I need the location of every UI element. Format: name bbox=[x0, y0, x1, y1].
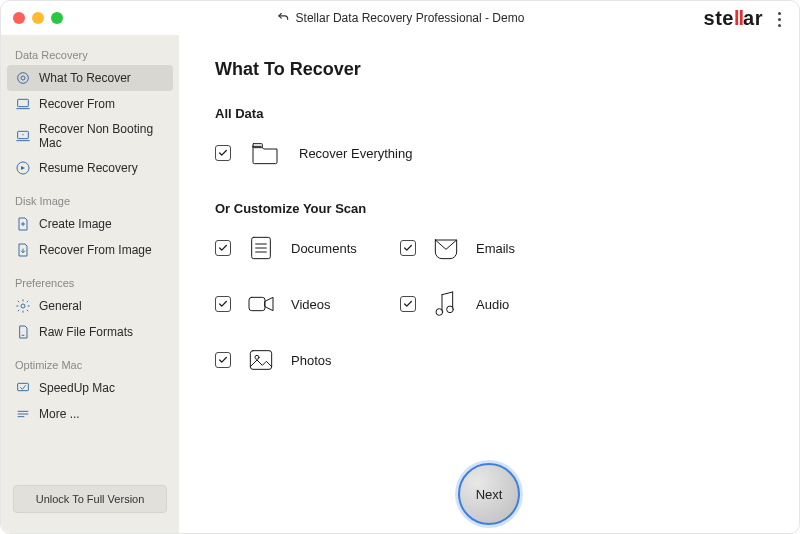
option-photos: Photos bbox=[215, 342, 400, 378]
laptop-icon bbox=[15, 96, 31, 112]
svg-point-0 bbox=[18, 73, 29, 84]
option-videos: Videos bbox=[215, 286, 400, 322]
window-title: Stellar Data Recovery Professional - Dem… bbox=[296, 11, 525, 25]
more-icon bbox=[15, 406, 31, 422]
titlebar: Stellar Data Recovery Professional - Dem… bbox=[1, 1, 799, 35]
page-title: What To Recover bbox=[215, 59, 763, 80]
videos-checkbox[interactable] bbox=[215, 296, 231, 312]
recover-image-icon bbox=[15, 242, 31, 258]
menu-button[interactable] bbox=[771, 9, 787, 29]
svg-point-1 bbox=[21, 76, 25, 80]
sidebar-item-recover-from[interactable]: Recover From bbox=[1, 91, 179, 117]
audio-icon bbox=[428, 286, 464, 322]
svg-rect-8 bbox=[253, 144, 262, 148]
emails-icon bbox=[428, 230, 464, 266]
target-icon bbox=[15, 70, 31, 86]
option-audio: Audio bbox=[400, 286, 585, 322]
unlock-full-version-button[interactable]: Unlock To Full Version bbox=[13, 485, 167, 513]
scan-options: Documents Emails Videos Audio bbox=[215, 230, 763, 398]
main-panel: What To Recover All Data Recover Everyth… bbox=[179, 35, 799, 533]
sidebar-item-resume-recovery[interactable]: Resume Recovery bbox=[1, 155, 179, 181]
recover-everything-row: Recover Everything bbox=[215, 135, 763, 171]
next-button[interactable]: Next bbox=[458, 463, 520, 525]
svg-point-6 bbox=[21, 304, 25, 308]
videos-icon bbox=[243, 286, 279, 322]
svg-rect-10 bbox=[249, 297, 265, 310]
sidebar-item-speedup-mac[interactable]: SpeedUp Mac bbox=[1, 375, 179, 401]
section-data-recovery: Data Recovery bbox=[1, 43, 179, 65]
option-documents: Documents bbox=[215, 230, 400, 266]
laptop-alert-icon bbox=[15, 128, 31, 144]
sidebar-item-raw-file-formats[interactable]: Raw File Formats bbox=[1, 319, 179, 345]
gear-icon bbox=[15, 298, 31, 314]
sidebar-item-recover-non-booting[interactable]: Recover Non Booting Mac bbox=[1, 117, 179, 155]
section-optimize-mac: Optimize Mac bbox=[1, 353, 179, 375]
folder-icon bbox=[247, 135, 283, 171]
documents-icon bbox=[243, 230, 279, 266]
back-icon[interactable] bbox=[276, 10, 290, 27]
svg-rect-2 bbox=[18, 99, 29, 106]
svg-point-4 bbox=[22, 134, 23, 135]
sidebar: Data Recovery What To Recover Recover Fr… bbox=[1, 35, 179, 533]
photos-checkbox[interactable] bbox=[215, 352, 231, 368]
recover-everything-label: Recover Everything bbox=[299, 146, 412, 161]
svg-point-12 bbox=[447, 306, 454, 313]
customize-label: Or Customize Your Scan bbox=[215, 201, 763, 216]
option-emails: Emails bbox=[400, 230, 585, 266]
resume-icon bbox=[15, 160, 31, 176]
all-data-label: All Data bbox=[215, 106, 763, 121]
photos-icon bbox=[243, 342, 279, 378]
file-icon bbox=[15, 324, 31, 340]
documents-checkbox[interactable] bbox=[215, 240, 231, 256]
audio-checkbox[interactable] bbox=[400, 296, 416, 312]
svg-point-11 bbox=[436, 309, 443, 316]
sidebar-item-more[interactable]: More ... bbox=[1, 401, 179, 427]
brand-logo: stellar bbox=[704, 7, 763, 30]
sidebar-item-what-to-recover[interactable]: What To Recover bbox=[7, 65, 173, 91]
sidebar-item-create-image[interactable]: Create Image bbox=[1, 211, 179, 237]
svg-point-14 bbox=[255, 355, 259, 359]
emails-checkbox[interactable] bbox=[400, 240, 416, 256]
sidebar-item-recover-from-image[interactable]: Recover From Image bbox=[1, 237, 179, 263]
recover-everything-checkbox[interactable] bbox=[215, 145, 231, 161]
create-image-icon bbox=[15, 216, 31, 232]
speedup-icon bbox=[15, 380, 31, 396]
app-window: Stellar Data Recovery Professional - Dem… bbox=[0, 0, 800, 534]
section-disk-image: Disk Image bbox=[1, 189, 179, 211]
sidebar-item-general[interactable]: General bbox=[1, 293, 179, 319]
window-title-area: Stellar Data Recovery Professional - Dem… bbox=[1, 10, 799, 27]
svg-rect-13 bbox=[250, 351, 271, 370]
svg-rect-7 bbox=[18, 383, 29, 390]
section-preferences: Preferences bbox=[1, 271, 179, 293]
